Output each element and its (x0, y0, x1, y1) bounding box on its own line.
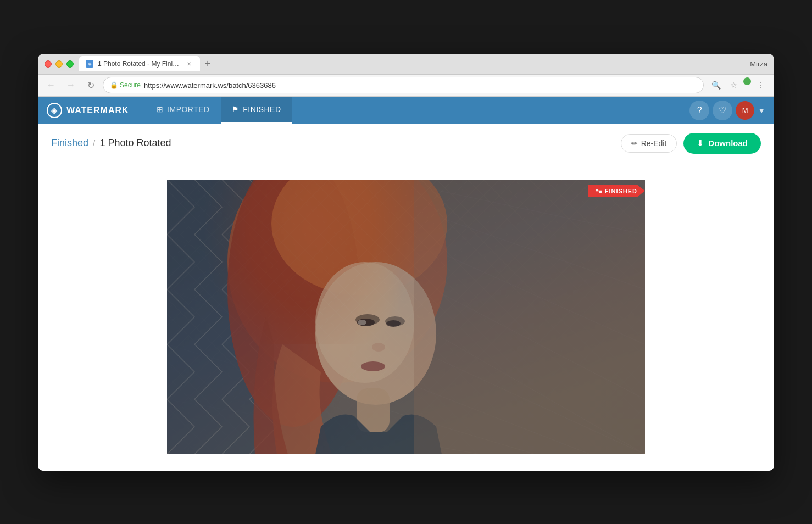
portrait-svg (167, 180, 645, 454)
app-logo: ◈ WATERMARK (47, 103, 129, 118)
secure-icon: 🔒 Secure (110, 81, 141, 89)
page-header: Finished / 1 Photo Rotated ✏ Re-Edit ⬇ D… (38, 124, 774, 163)
tab-favicon (86, 60, 93, 68)
user-avatar[interactable]: M (736, 101, 754, 120)
download-label: Download (708, 138, 748, 148)
refresh-button[interactable]: ↻ (83, 77, 98, 93)
tab-bar: 1 Photo Rotated - My Finished ✕ + (79, 56, 767, 71)
download-button[interactable]: ⬇ Download (683, 133, 761, 154)
forward-button[interactable]: → (63, 77, 79, 93)
main-content: FINISHED (38, 163, 774, 471)
breadcrumb-current: 1 Photo Rotated (100, 137, 171, 149)
header-actions: ✏ Re-Edit ⬇ Download (621, 133, 761, 154)
app-nav: ◈ WATERMARK ⊞ IMPORTED ⚑ FINISHED ? ♡ (38, 97, 774, 124)
browser-tab[interactable]: 1 Photo Rotated - My Finished ✕ (79, 56, 200, 71)
svg-rect-25 (414, 180, 645, 454)
help-button[interactable]: ? (689, 101, 709, 120)
app-content: ◈ WATERMARK ⊞ IMPORTED ⚑ FINISHED ? ♡ (38, 97, 774, 471)
menu-button[interactable]: ⋮ (753, 77, 769, 93)
tab-imported[interactable]: ⊞ IMPORTED (146, 97, 221, 124)
breadcrumb: Finished / 1 Photo Rotated (51, 137, 171, 149)
imported-icon: ⊞ (157, 105, 164, 114)
back-button[interactable]: ← (43, 77, 59, 93)
browser-username: Mirza (750, 60, 767, 68)
profile-indicator (743, 77, 751, 85)
photo-display: FINISHED (167, 180, 645, 454)
chat-button[interactable]: ♡ (713, 101, 732, 120)
avatar-dropdown[interactable]: ▼ (758, 106, 765, 115)
title-bar: 1 Photo Rotated - My Finished ✕ + Mirza (38, 54, 774, 75)
browser-window: 1 Photo Rotated - My Finished ✕ + Mirza … (38, 54, 774, 471)
tab-finished[interactable]: ⚑ FINISHED (221, 97, 292, 124)
breadcrumb-separator: / (93, 138, 95, 148)
maximize-button[interactable] (66, 60, 74, 68)
tab-title: 1 Photo Rotated - My Finished (98, 60, 180, 68)
image-container: FINISHED (167, 180, 645, 454)
url-text: https://www.watermark.ws/batch/6363686 (144, 81, 276, 90)
finished-nav-icon: ⚑ (232, 105, 240, 114)
nav-right: ? ♡ M ▼ (689, 101, 765, 120)
close-button[interactable] (45, 60, 52, 68)
imported-label: IMPORTED (167, 105, 210, 114)
re-edit-label: Re-Edit (641, 139, 667, 148)
new-tab-button[interactable]: + (200, 56, 215, 71)
logo-icon: ◈ (47, 103, 62, 118)
traffic-lights (45, 60, 74, 68)
bookmark-button[interactable]: ☆ (726, 77, 741, 93)
finished-badge: FINISHED (588, 185, 645, 197)
breadcrumb-link[interactable]: Finished (51, 137, 88, 149)
logo-text: WATERMARK (66, 105, 129, 115)
url-actions: 🔍 ☆ ⋮ (708, 77, 769, 93)
chat-icon: ♡ (719, 105, 726, 115)
address-bar: ← → ↻ 🔒 Secure https://www.watermark.ws/… (38, 75, 774, 97)
nav-tabs: ⊞ IMPORTED ⚑ FINISHED (146, 97, 292, 124)
download-icon: ⬇ (697, 138, 704, 148)
search-button[interactable]: 🔍 (708, 77, 724, 93)
secure-label: Secure (120, 81, 141, 89)
tab-close-button[interactable]: ✕ (185, 59, 193, 68)
help-icon: ? (697, 105, 702, 115)
pencil-icon: ✏ (631, 139, 638, 148)
url-bar[interactable]: 🔒 Secure https://www.watermark.ws/batch/… (103, 77, 704, 93)
re-edit-button[interactable]: ✏ Re-Edit (621, 134, 677, 153)
minimize-button[interactable] (55, 60, 63, 68)
finished-nav-label: FINISHED (243, 105, 281, 114)
finished-badge-text: FINISHED (605, 188, 637, 194)
